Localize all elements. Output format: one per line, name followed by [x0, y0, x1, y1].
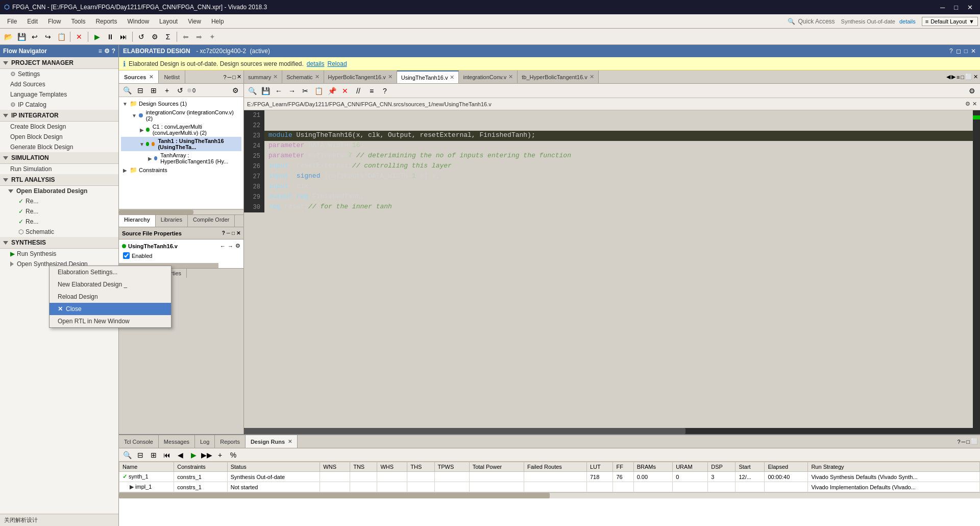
code-hscroll[interactable] — [244, 428, 980, 434]
tab-integrationconv[interactable]: integrationConv.v ✕ — [459, 70, 518, 83]
src-props-max[interactable]: □ — [232, 230, 235, 236]
tab-usingtanh16[interactable]: UsingTheTanh16.v ✕ — [397, 70, 459, 83]
runs-search-btn[interactable]: 🔍 — [121, 449, 133, 461]
src-help-btn[interactable]: ? — [223, 74, 226, 80]
toolbar-step-button[interactable]: ⏸ — [104, 31, 116, 43]
forward-btn[interactable]: → — [228, 243, 233, 249]
runs-expand-btn[interactable]: ⊞ — [148, 449, 160, 461]
editor-back-btn[interactable]: ← — [273, 85, 285, 97]
enabled-checkbox[interactable] — [123, 252, 130, 259]
tab-tb-hyperbolic[interactable]: tb_HyperBolicTangent16.v ✕ — [518, 70, 598, 83]
flow-nav-bottom[interactable]: 关闭解析设计 — [0, 514, 118, 526]
nav-item-add-sources[interactable]: Add Sources — [0, 79, 118, 89]
design-runs-close[interactable]: ✕ — [288, 439, 292, 444]
flow-nav-help[interactable]: ? — [112, 47, 115, 55]
menu-flow[interactable]: Flow — [43, 16, 66, 27]
usingtanh16-tab-close[interactable]: ✕ — [450, 74, 454, 81]
src-close-btn[interactable]: ✕ — [237, 74, 241, 80]
tree-tanh1[interactable]: ▼ Tanh1 : UsingTheTanh16 (UsingTheTa... — [121, 137, 241, 151]
expand-constraints[interactable]: ▶ — [122, 168, 128, 173]
bottom-max[interactable]: □ — [966, 439, 970, 445]
editor-delete-btn[interactable]: ✕ — [339, 85, 351, 97]
nav-item-language-templates[interactable]: Language Templates — [0, 89, 118, 100]
nav-item-open-elaborated[interactable]: Open Elaborated Design — [0, 186, 118, 196]
menu-edit[interactable]: Edit — [22, 16, 43, 27]
menu-file[interactable]: File — [2, 16, 22, 27]
nav-section-ip-integrator-header[interactable]: IP INTEGRATOR — [0, 110, 118, 122]
expand-design-sources[interactable]: ▼ — [122, 101, 128, 107]
runs-run-btn[interactable]: ▶ — [187, 449, 200, 461]
editor-search-btn[interactable]: 🔍 — [246, 85, 258, 97]
src-props-close[interactable]: ✕ — [236, 230, 240, 236]
window-controls[interactable]: ─ □ ✕ — [937, 3, 976, 12]
editor-comment-btn[interactable]: // — [352, 85, 364, 97]
elab-close-btn[interactable]: ✕ — [971, 47, 976, 55]
nav-item-report-x[interactable]: ✓ Re... — [0, 217, 118, 227]
expand-tanharray[interactable]: ▶ — [148, 156, 153, 161]
elab-float-btn[interactable]: ◻ — [956, 47, 961, 55]
runs-first-btn[interactable]: ⏮ — [161, 449, 173, 461]
flow-nav-pin[interactable]: ≡ — [99, 47, 102, 55]
elab-help-btn[interactable]: ? — [949, 47, 953, 55]
toolbar-step-over-button[interactable]: ⏭ — [117, 31, 130, 43]
toolbar-redo-button[interactable]: ↪ — [42, 31, 54, 43]
tree-c1[interactable]: ▶ C1 : convLayerMulti (convLayerMulti.v)… — [121, 123, 241, 137]
ctx-open-rtl-new-window[interactable]: Open RTL in New Window — [50, 315, 171, 327]
editor-settings-btn[interactable]: ⚙ — [966, 85, 978, 97]
nav-item-ip-catalog[interactable]: ⚙ IP Catalog — [0, 100, 118, 110]
runs-add-btn[interactable]: + — [214, 449, 226, 461]
nav-item-create-block-design[interactable]: Create Block Design — [0, 122, 118, 132]
expand-c1[interactable]: ▶ — [139, 127, 144, 133]
tab-nav-right[interactable]: ▶ — [951, 74, 955, 80]
tree-integrationconv[interactable]: ▼ integrationConv (integrationConv.v) (2… — [121, 108, 241, 123]
tree-constraints[interactable]: ▶ 📁 Constraints — [121, 165, 241, 175]
runs-collapse-btn[interactable]: ⊟ — [134, 449, 146, 461]
tab-nav-left[interactable]: ◀ — [946, 74, 950, 80]
toolbar-copy-button[interactable]: 📋 — [55, 31, 67, 43]
editor-save-btn[interactable]: 💾 — [259, 85, 272, 97]
editor-forward-btn[interactable]: → — [286, 85, 298, 97]
nav-item-generate-block-design[interactable]: Generate Block Design — [0, 142, 118, 152]
close-button[interactable]: ✕ — [964, 3, 976, 12]
nav-item-report-clk[interactable]: ✓ Re... — [0, 196, 118, 206]
toolbar-run-button[interactable]: ▶ — [91, 31, 103, 43]
bottom-help[interactable]: ? — [957, 439, 960, 445]
toolbar-delete-button[interactable]: ✕ — [73, 31, 85, 43]
menu-window[interactable]: Window — [122, 16, 154, 27]
menu-view[interactable]: View — [183, 16, 206, 27]
toolbar-refresh-button[interactable]: ↺ — [135, 31, 148, 43]
tree-design-sources[interactable]: ▼ 📁 Design Sources (1) — [121, 99, 241, 108]
props-settings-btn[interactable]: ⚙ — [235, 243, 240, 249]
tab-design-runs[interactable]: Design Runs ✕ — [246, 435, 298, 448]
menu-help[interactable]: Help — [206, 16, 229, 27]
sources-tab-close[interactable]: ✕ — [149, 74, 153, 80]
tab-log[interactable]: Log — [195, 435, 215, 448]
table-row[interactable]: ▶ impl_1 constrs_1 Not started — [119, 482, 980, 492]
src-add-btn[interactable]: + — [161, 84, 173, 97]
quick-access-label[interactable]: Quick Access — [798, 18, 835, 25]
file-path-settings[interactable]: ⚙ — [965, 101, 970, 107]
nav-item-run-synthesis[interactable]: ▶ Run Synthesis — [0, 249, 118, 259]
warning-reload-link[interactable]: Reload — [328, 60, 347, 67]
toolbar-open-button[interactable]: 📂 — [2, 31, 14, 43]
hyperbolic16-tab-close[interactable]: ✕ — [388, 74, 393, 80]
runs-percent-btn[interactable]: % — [227, 449, 239, 461]
tab-reports[interactable]: Reports — [215, 435, 246, 448]
editor-pin-btn[interactable]: 📌 — [326, 85, 338, 97]
tab-tcl-console[interactable]: Tcl Console — [119, 435, 159, 448]
ctx-elaboration-settings[interactable]: Elaboration Settings... — [50, 266, 171, 278]
runs-prev-btn[interactable]: ◀ — [174, 449, 186, 461]
tree-tanharray[interactable]: ▶ TanhArray : HyperBolicTangent16 (Hy... — [121, 151, 241, 165]
expand-integrationconv[interactable]: ▼ — [131, 113, 137, 118]
nav-item-schematic[interactable]: ⬡ Schematic — [0, 227, 118, 237]
toolbar-settings-button[interactable]: ⚙ — [149, 31, 161, 43]
src-expand-btn[interactable]: ⊞ — [148, 84, 160, 97]
warning-details-link[interactable]: details — [307, 60, 325, 67]
tab-messages[interactable]: Messages — [159, 435, 195, 448]
nav-section-project-manager-header[interactable]: PROJECT MANAGER — [0, 57, 118, 69]
bottom-max2[interactable]: ⬜ — [971, 438, 978, 445]
src-props-float[interactable]: ─ — [227, 230, 230, 236]
src-collapse-btn[interactable]: ⊟ — [134, 84, 146, 97]
table-row[interactable]: ✓ synth_1 constrs_1 Synthesis Out-of-dat… — [119, 472, 980, 482]
menu-layout[interactable]: Layout — [154, 16, 183, 27]
